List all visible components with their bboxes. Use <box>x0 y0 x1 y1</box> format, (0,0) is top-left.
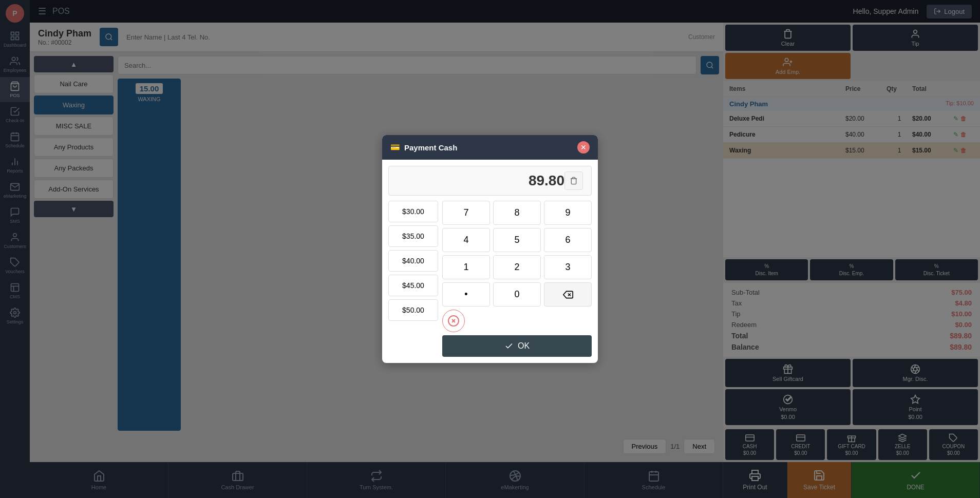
modal-overlay: 💳 Payment Cash ✕ 89.80 $30.00 $35.00 $40… <box>0 0 980 498</box>
numpad-grid: 7 8 9 4 5 6 1 2 3 • 0 <box>442 201 592 307</box>
ok-label: OK <box>518 341 530 351</box>
payment-icon: 💳 <box>390 143 400 152</box>
keypad-area: $30.00 $35.00 $40.00 $45.00 $50.00 7 8 9… <box>388 201 592 357</box>
num-9[interactable]: 9 <box>544 201 592 225</box>
clear-amount-button[interactable] <box>564 171 583 190</box>
backspace-icon <box>563 290 573 300</box>
preset-buttons: $30.00 $35.00 $40.00 $45.00 $50.00 <box>388 201 438 357</box>
check-icon <box>504 341 514 351</box>
numpad-cancel-button[interactable] <box>442 310 465 332</box>
trash-icon <box>570 177 578 185</box>
modal-close-button[interactable]: ✕ <box>577 141 590 154</box>
num-dot[interactable]: • <box>442 282 490 307</box>
preset-40[interactable]: $40.00 <box>388 250 438 272</box>
num-7[interactable]: 7 <box>442 201 490 225</box>
numpad-bottom: OK <box>442 310 592 357</box>
num-6[interactable]: 6 <box>544 228 592 252</box>
numpad: 7 8 9 4 5 6 1 2 3 • 0 <box>442 201 592 357</box>
amount-value: 89.80 <box>397 173 564 189</box>
amount-display: 89.80 <box>388 166 592 196</box>
backspace-button[interactable] <box>544 282 592 307</box>
cancel-circle-icon <box>447 315 460 327</box>
modal-body: 89.80 $30.00 $35.00 $40.00 $45.00 $50.00 <box>382 160 598 363</box>
modal-title-text: Payment Cash <box>404 143 457 152</box>
ok-button[interactable]: OK <box>442 335 592 357</box>
preset-50[interactable]: $50.00 <box>388 299 438 321</box>
modal-title: 💳 Payment Cash <box>390 143 457 152</box>
preset-35[interactable]: $35.00 <box>388 225 438 247</box>
num-2[interactable]: 2 <box>493 255 541 279</box>
num-4[interactable]: 4 <box>442 228 490 252</box>
num-0[interactable]: 0 <box>493 282 541 307</box>
modal-header: 💳 Payment Cash ✕ <box>382 135 598 160</box>
num-1[interactable]: 1 <box>442 255 490 279</box>
payment-cash-modal: 💳 Payment Cash ✕ 89.80 $30.00 $35.00 $40… <box>382 135 598 363</box>
num-5[interactable]: 5 <box>493 228 541 252</box>
num-8[interactable]: 8 <box>493 201 541 225</box>
preset-45[interactable]: $45.00 <box>388 275 438 296</box>
num-3[interactable]: 3 <box>544 255 592 279</box>
preset-30[interactable]: $30.00 <box>388 201 438 222</box>
